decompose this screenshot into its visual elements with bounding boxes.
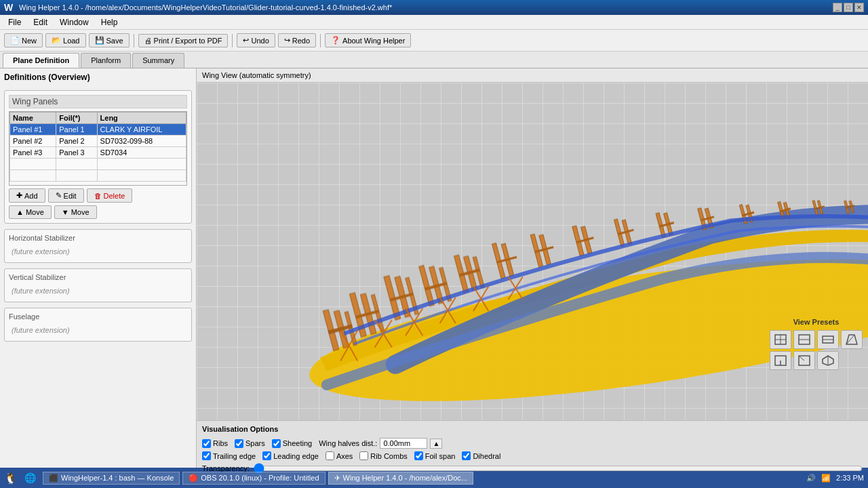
taskbar-item-konsole[interactable]: ⬛ WingHelper-1.4 : bash — Konsole xyxy=(43,472,180,485)
vertical-stabilizer-section: Vertical Stabilizer (future extension) xyxy=(4,268,192,302)
wing-panels-table-container[interactable]: Name Foil(*) Leng Panel #1 Panel 1 CLARK… xyxy=(9,111,187,186)
redo-button[interactable]: ↪ Redo xyxy=(278,33,316,47)
edit-button[interactable]: ✎ Edit xyxy=(48,188,84,203)
maximize-button[interactable]: □ xyxy=(844,3,853,12)
load-button[interactable]: 📂 Load xyxy=(45,33,85,47)
about-icon: ❓ xyxy=(331,36,340,45)
foil-span-checkbox[interactable] xyxy=(414,451,423,460)
preset-front-button[interactable] xyxy=(770,330,791,349)
viz-options-section: Visualisation Options Ribs Spars Shee xyxy=(202,425,863,474)
rib-combs-label: Rib Combs xyxy=(370,452,407,460)
horizontal-stabilizer-title: Horizontal Stabilizer xyxy=(9,234,187,242)
move-down-icon: ▼ xyxy=(62,208,69,216)
spars-checkbox[interactable] xyxy=(235,439,243,448)
fuselage-title: Fuselage xyxy=(9,312,187,321)
leading-edge-checkbox[interactable] xyxy=(262,451,271,460)
table-row[interactable]: Panel #2 Panel 2 SD7032-099-88 xyxy=(10,136,186,147)
sheeting-checkbox-label[interactable]: Sheeting xyxy=(272,439,312,448)
main-area: Plane Definition Planform Summary Defini… xyxy=(0,52,868,468)
preset-side-button[interactable] xyxy=(793,330,815,349)
panel-name: Panel 1 xyxy=(56,124,97,136)
table-row-empty xyxy=(10,159,186,170)
sheeting-checkbox[interactable] xyxy=(272,439,281,448)
panel-foil: SD7032-099-88 xyxy=(97,136,186,147)
edit-icon: ✎ xyxy=(56,191,62,200)
move-down-button[interactable]: ▼ Move xyxy=(54,205,97,219)
tab-planform[interactable]: Planform xyxy=(81,53,131,68)
preset-iso-button[interactable] xyxy=(817,351,839,370)
col-header-length: Leng xyxy=(97,113,186,124)
delete-button[interactable]: 🗑 Delete xyxy=(87,188,133,203)
definitions-title: Definitions (Overview) xyxy=(4,73,192,82)
new-button[interactable]: 📄 New xyxy=(4,33,43,47)
preset-back-button[interactable] xyxy=(793,351,815,370)
menu-edit[interactable]: Edit xyxy=(28,16,53,28)
menu-window[interactable]: Window xyxy=(54,16,94,28)
panel-label: Panel #1 xyxy=(10,124,56,136)
volume-icon[interactable]: 🔊 xyxy=(806,474,816,483)
table-row[interactable]: Panel #1 Panel 1 CLARK Y AIRFOIL xyxy=(10,124,186,136)
wing-halves-input[interactable] xyxy=(380,438,427,449)
rib-combs-checkbox-label[interactable]: Rib Combs xyxy=(359,451,407,460)
dihedral-checkbox-label[interactable]: Dihedral xyxy=(462,451,500,460)
toolbar-sep-2 xyxy=(232,34,233,47)
tab-plane-definition[interactable]: Plane Definition xyxy=(3,53,79,68)
konsole-label: WingHelper-1.4 : bash — Konsole xyxy=(61,474,174,482)
trailing-edge-label: Trailing edge xyxy=(213,452,256,460)
wing-halves-spin-up[interactable]: ▲ xyxy=(430,439,442,449)
leading-edge-checkbox-label[interactable]: Leading edge xyxy=(262,451,319,460)
table-row[interactable]: Panel #3 Panel 3 SD7034 xyxy=(10,147,186,159)
close-button[interactable]: ✕ xyxy=(854,3,864,12)
save-button[interactable]: 💾 Save xyxy=(89,33,130,47)
undo-button[interactable]: ↩ Undo xyxy=(237,33,275,47)
trailing-edge-checkbox[interactable] xyxy=(202,451,211,460)
print-icon: 🖨 xyxy=(144,37,152,45)
window-title: Wing Helper 1.4.0 - /home/alex/Documents… xyxy=(19,3,392,12)
panel-label: Panel #2 xyxy=(10,136,56,147)
tab-bar: Plane Definition Planform Summary xyxy=(0,52,868,68)
foil-span-checkbox-label[interactable]: Foil span xyxy=(414,451,456,460)
minimize-button[interactable]: _ xyxy=(833,3,842,12)
axes-checkbox-label[interactable]: Axes xyxy=(326,451,353,460)
start-icon[interactable]: 🐧 xyxy=(4,472,18,485)
dihedral-checkbox[interactable] xyxy=(462,451,471,460)
spars-label: Spars xyxy=(245,439,265,447)
fuselage-text: (future extension) xyxy=(9,323,187,337)
taskbar-item-winghelper[interactable]: ✈ Wing Helper 1.4.0 - /home/alex/Doc... xyxy=(328,472,473,485)
axes-checkbox[interactable] xyxy=(326,451,334,460)
winghelper-icon: ✈ xyxy=(334,474,340,483)
taskbar-item-obs[interactable]: 🔴 OBS 20.1.0 (linux) - Profile: Untitled xyxy=(182,472,325,485)
table-row-empty xyxy=(10,170,186,182)
menubar: File Edit Window Help xyxy=(0,15,868,30)
winghelper-label: Wing Helper 1.4.0 - /home/alex/Doc... xyxy=(343,474,467,482)
viz-row-1: Ribs Spars Sheeting Wing halves dist.: xyxy=(202,438,863,449)
dihedral-label: Dihedral xyxy=(473,452,500,460)
move-up-button[interactable]: ▲ Move xyxy=(9,205,52,219)
fuselage-section: Fuselage (future extension) xyxy=(4,308,192,342)
print-button[interactable]: 🖨 Print / Export to PDF xyxy=(138,34,229,47)
load-icon: 📂 xyxy=(52,36,61,45)
about-button[interactable]: ❓ About Wing Helper xyxy=(325,33,411,47)
3d-view[interactable]: View Presets xyxy=(197,83,868,420)
preset-top-button[interactable] xyxy=(817,330,839,349)
wing-panels-section: Wing Panels Name Foil(*) Leng xyxy=(4,90,192,224)
spars-checkbox-label[interactable]: Spars xyxy=(235,439,265,448)
panel-foil: CLARK Y AIRFOIL xyxy=(97,124,186,136)
ribs-checkbox[interactable] xyxy=(202,439,211,448)
add-button[interactable]: ✚ Add xyxy=(9,188,45,203)
menu-help[interactable]: Help xyxy=(96,16,123,28)
col-header-foil: Foil(*) xyxy=(56,113,97,124)
vertical-stabilizer-text: (future extension) xyxy=(9,284,187,298)
ribs-checkbox-label[interactable]: Ribs xyxy=(202,439,228,448)
trailing-edge-checkbox-label[interactable]: Trailing edge xyxy=(202,451,256,460)
toolbar-sep-1 xyxy=(134,34,134,47)
preset-perspective-button[interactable] xyxy=(841,330,863,349)
delete-icon: 🗑 xyxy=(94,192,102,200)
horizontal-stabilizer-text: (future extension) xyxy=(9,245,187,258)
preset-bottom-button[interactable] xyxy=(770,351,791,370)
chrome-icon: 🌐 xyxy=(24,472,36,483)
obs-label: OBS 20.1.0 (linux) - Profile: Untitled xyxy=(201,474,319,482)
menu-file[interactable]: File xyxy=(3,16,26,28)
tab-summary[interactable]: Summary xyxy=(132,53,184,68)
rib-combs-checkbox[interactable] xyxy=(359,451,368,460)
